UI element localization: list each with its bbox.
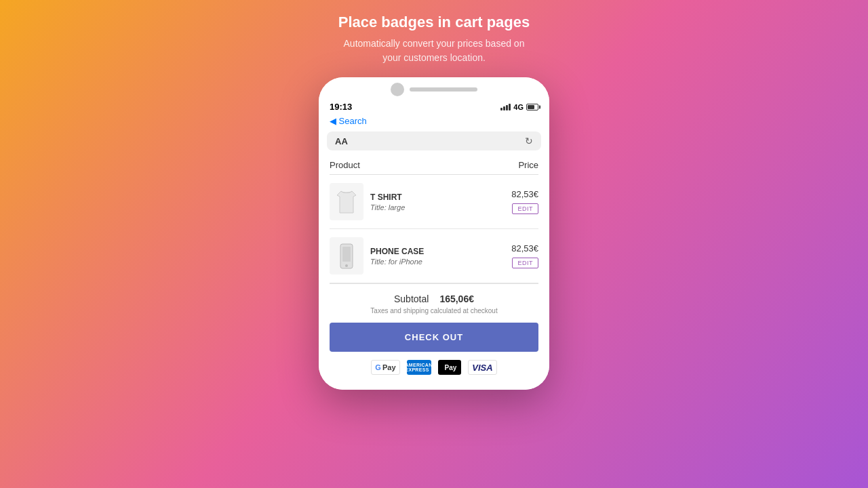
item-image-phonecase [330, 237, 363, 274]
item-price: 82,53€ [511, 243, 538, 253]
visa-badge: VISA [468, 360, 496, 375]
item-variant: Title: large [370, 203, 511, 211]
item-variant: Title: for iPhone [370, 258, 511, 266]
item-name: PHONE CASE [370, 247, 511, 256]
cart-item: PHONE CASE Title: for iPhone 82,53€ EDIT [330, 229, 538, 283]
network-label: 4G [513, 103, 524, 111]
item-price: 82,53€ [511, 189, 538, 199]
phone-speaker [410, 87, 477, 92]
phone-notch-area [319, 77, 549, 99]
phonecase-icon [338, 243, 355, 270]
subtotal-label: Subtotal [394, 293, 429, 304]
status-icons: 4G [500, 103, 538, 111]
applepay-badge: Pay [438, 360, 462, 375]
subtotal-row: Subtotal 165,06€ [330, 293, 538, 304]
nav-bar: ◀ Search [319, 113, 549, 129]
subtotal-section: Subtotal 165,06€ Taxes and shipping calc… [330, 283, 538, 390]
cart-header: Product Price [330, 153, 538, 175]
item-details: T SHIRT Title: large [370, 192, 511, 211]
tax-note: Taxes and shipping calculated at checkou… [330, 307, 538, 314]
item-name: T SHIRT [370, 192, 511, 202]
item-details: PHONE CASE Title: for iPhone [370, 247, 511, 266]
amex-badge: AMERICAN EXPRESS [407, 360, 431, 375]
signal-icon [500, 104, 511, 110]
header-section: Place badges in cart pages Automatically… [325, 14, 543, 65]
browser-aa-label[interactable]: AA [335, 136, 348, 146]
svg-point-2 [345, 264, 348, 267]
gpay-badge: G Pay [371, 360, 399, 375]
tshirt-icon [336, 190, 357, 214]
subtotal-value: 165,06€ [439, 293, 474, 304]
edit-button[interactable]: EDIT [512, 203, 538, 214]
phone-mockup: 19:13 4G ◀ Search AA ↻ Product Price [319, 77, 549, 390]
page-subtitle: Automatically convert your prices based … [338, 37, 530, 65]
browser-bar[interactable]: AA ↻ [327, 131, 541, 150]
item-image-tshirt [330, 183, 363, 220]
status-time: 19:13 [330, 102, 352, 112]
cart-item: T SHIRT Title: large 82,53€ EDIT [330, 175, 538, 229]
item-price-section: 82,53€ EDIT [511, 189, 538, 214]
column-price: Price [518, 160, 538, 170]
checkout-button[interactable]: CHECK OUT [330, 323, 538, 352]
back-button[interactable]: ◀ Search [330, 116, 367, 126]
cart-content: Product Price T SHIRT Title: large 82,53… [319, 153, 549, 390]
edit-button[interactable]: EDIT [512, 258, 538, 268]
item-price-section: 82,53€ EDIT [511, 243, 538, 268]
page-title: Place badges in cart pages [338, 14, 530, 31]
payment-methods: G Pay AMERICAN EXPRESS Pay VISA [330, 360, 538, 384]
battery-icon [526, 104, 538, 110]
svg-rect-1 [342, 247, 351, 262]
refresh-icon[interactable]: ↻ [525, 136, 533, 146]
column-product: Product [330, 160, 360, 170]
status-bar: 19:13 4G [319, 99, 549, 113]
phone-camera [391, 83, 404, 96]
